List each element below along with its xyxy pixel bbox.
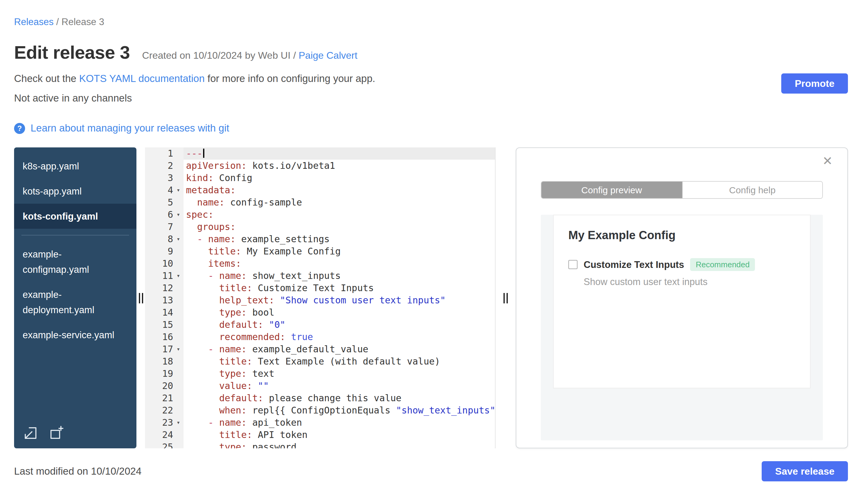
config-checkbox[interactable] (569, 260, 577, 269)
gutter-line-number: 7 (145, 221, 184, 233)
code-line[interactable]: when: repl{{ ConfigOptionEquals "show_te… (184, 404, 495, 416)
gutter-line-number: 18 (145, 355, 184, 368)
git-help-line: ? Learn about managing your releases wit… (14, 122, 848, 134)
code-line[interactable]: kind: Config (184, 172, 495, 184)
config-item-help: Show custom user text inputs (584, 277, 795, 288)
fold-toggle-icon[interactable]: ▾ (174, 270, 182, 282)
gutter-line-number: 9 (145, 245, 184, 257)
docs-suffix: for more info on configuring your app. (205, 73, 375, 84)
gutter-line-number: 16 (145, 331, 184, 343)
editor-code[interactable]: ---apiVersion: kots.io/v1beta1kind: Conf… (184, 147, 495, 448)
fold-toggle-icon[interactable]: ▾ (174, 184, 182, 196)
right-pane-gap (496, 147, 516, 448)
left-pane-gap (136, 147, 145, 448)
file-list-divider (22, 235, 129, 236)
editor-workspace: k8s-app.yamlkots-app.yamlkots-config.yam… (14, 147, 848, 448)
upload-file-icon (23, 425, 39, 441)
docs-prefix: Check out the (14, 73, 79, 84)
last-modified-text: Last modified on 10/10/2024 (14, 465, 142, 477)
tab-config-preview[interactable]: Config preview (541, 182, 682, 198)
gutter-line-number: 11▾ (145, 270, 184, 282)
author-link[interactable]: Paige Calvert (299, 50, 357, 61)
gutter-line-number: 6▾ (145, 209, 184, 221)
code-line[interactable]: title: Customize Text Inputs (184, 282, 495, 294)
gutter-line-number: 1 (145, 147, 184, 160)
new-file-button[interactable] (48, 425, 64, 441)
gutter-line-number: 10 (145, 257, 184, 270)
code-line[interactable]: type: bool (184, 306, 495, 319)
config-group-title: My Example Config (569, 229, 795, 242)
fold-toggle-icon[interactable]: ▾ (174, 233, 182, 245)
file-item-kots-config.yaml[interactable]: kots-config.yaml (14, 204, 136, 229)
text-cursor (203, 149, 204, 158)
file-item-k8s-app.yaml[interactable]: k8s-app.yaml (14, 154, 136, 178)
right-resize-handle[interactable] (504, 293, 508, 303)
gutter-line-number: 8▾ (145, 233, 184, 245)
gutter-line-number: 20 (145, 380, 184, 392)
breadcrumb-releases-link[interactable]: Releases (14, 16, 53, 27)
close-preview-button[interactable]: ✕ (819, 154, 836, 168)
sidebar-actions (23, 425, 64, 441)
code-line[interactable]: value: "" (184, 380, 495, 392)
git-releases-link[interactable]: Learn about managing your releases with … (30, 122, 229, 134)
fold-toggle-icon[interactable]: ▾ (174, 343, 182, 355)
gutter-line-number: 13 (145, 294, 184, 306)
file-item-example-service.yaml[interactable]: example-service.yaml (14, 322, 136, 347)
gutter-line-number: 3 (145, 172, 184, 184)
gutter-line-number: 17▾ (145, 343, 184, 355)
help-icon: ? (14, 123, 25, 134)
code-line[interactable]: - name: example_default_value (184, 343, 495, 355)
file-item-example-deployment.yaml[interactable]: example-deployment.yaml (14, 282, 136, 322)
editor-gutter: 1234▾56▾78▾91011▾121314151617▾1819202122… (145, 147, 184, 448)
code-line[interactable]: type: text (184, 368, 495, 380)
code-line[interactable]: default: please change this value (184, 392, 495, 404)
breadcrumb-current: Release 3 (62, 16, 104, 27)
gutter-line-number: 2 (145, 160, 184, 172)
page-title: Edit release 3 (14, 42, 130, 63)
code-line[interactable]: --- (184, 147, 495, 160)
breadcrumb-separator: / (53, 16, 62, 27)
release-editor-page: Releases / Release 3 Edit release 3 Crea… (0, 0, 862, 504)
file-sidebar: k8s-app.yamlkots-app.yamlkots-config.yam… (14, 147, 136, 448)
code-line[interactable]: recommended: true (184, 331, 495, 343)
fold-toggle-icon[interactable]: ▾ (174, 416, 182, 429)
gutter-line-number: 23▾ (145, 416, 184, 429)
gutter-line-number: 24 (145, 429, 184, 441)
code-line[interactable]: - name: api_token (184, 416, 495, 429)
gutter-line-number: 21 (145, 392, 184, 404)
fold-toggle-icon[interactable]: ▾ (174, 209, 182, 221)
code-line[interactable]: - name: example_settings (184, 233, 495, 245)
code-editor[interactable]: 1234▾56▾78▾91011▾121314151617▾1819202122… (145, 147, 496, 448)
code-line[interactable]: title: Text Example (with default value) (184, 355, 495, 368)
code-line[interactable]: help_text: "Show custom user text inputs… (184, 294, 495, 306)
gutter-line-number: 4▾ (145, 184, 184, 196)
code-line[interactable]: name: config-sample (184, 196, 495, 209)
created-meta: Created on 10/10/2024 by Web UI / Paige … (142, 50, 357, 61)
upload-file-button[interactable] (23, 425, 39, 441)
code-line[interactable]: type: password (184, 441, 495, 448)
code-line[interactable]: - name: show_text_inputs (184, 270, 495, 282)
code-line[interactable]: title: API token (184, 429, 495, 441)
gutter-line-number: 22 (145, 404, 184, 416)
file-item-kots-app.yaml[interactable]: kots-app.yaml (14, 178, 136, 204)
save-release-button[interactable]: Save release (762, 461, 848, 481)
tab-config-help[interactable]: Config help (682, 182, 822, 198)
code-line[interactable]: apiVersion: kots.io/v1beta1 (184, 160, 495, 172)
kots-docs-link[interactable]: KOTS YAML documentation (79, 73, 205, 84)
code-line[interactable]: metadata: (184, 184, 495, 196)
preview-body: My Example Config Customize Text Inputs … (541, 215, 823, 440)
code-line[interactable]: groups: (184, 221, 495, 233)
code-line[interactable]: default: "0" (184, 319, 495, 331)
left-resize-handle[interactable] (139, 293, 143, 303)
code-line[interactable]: spec: (184, 209, 495, 221)
breadcrumb: Releases / Release 3 (14, 16, 848, 27)
config-preview-panel: ✕ Config previewConfig help My Example C… (516, 147, 848, 448)
code-line[interactable]: title: My Example Config (184, 245, 495, 257)
file-list: k8s-app.yamlkots-app.yamlkots-config.yam… (14, 154, 136, 347)
created-text: Created on 10/10/2024 by Web UI / (142, 50, 299, 61)
file-item-example-configmap.yaml[interactable]: example-configmap.yaml (14, 242, 136, 282)
docs-line: Check out the KOTS YAML documentation fo… (14, 73, 848, 84)
promote-button[interactable]: Promote (781, 74, 848, 94)
config-item-label: Customize Text Inputs (584, 259, 684, 270)
code-line[interactable]: items: (184, 257, 495, 270)
